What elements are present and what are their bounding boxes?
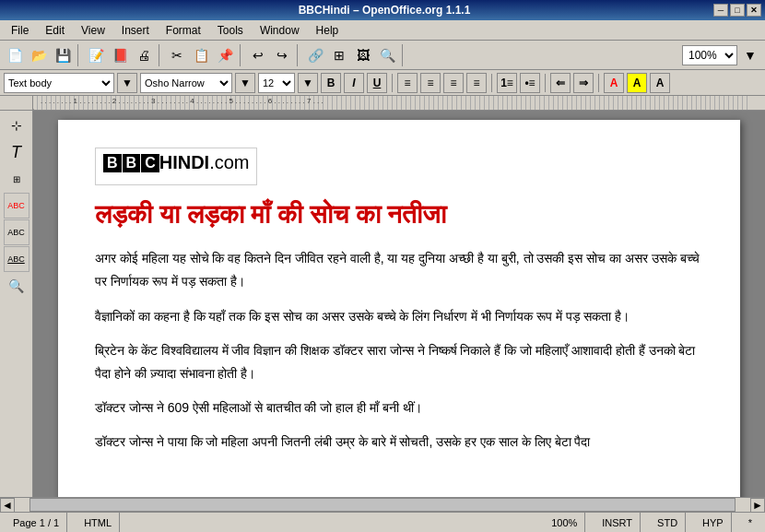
print-button[interactable]: 🖨 (133, 44, 155, 66)
char-background-button[interactable]: A (650, 73, 670, 93)
paste-button[interactable]: 📌 (214, 44, 236, 66)
minimize-button[interactable]: ─ (713, 4, 728, 17)
fmt-sep3 (545, 74, 546, 92)
article-headline: लड़की या लड़का माँ की सोच का नतीजा (95, 196, 703, 232)
sep4 (297, 44, 300, 66)
decrease-indent-button[interactable]: ⇐ (550, 73, 571, 93)
numbering-button[interactable]: 1≡ (497, 73, 517, 93)
bold-button[interactable]: B (321, 73, 341, 93)
save-button[interactable]: 💾 (52, 44, 74, 66)
increase-indent-button[interactable]: ⇒ (573, 73, 594, 93)
star-status: * (741, 513, 759, 532)
statusbar: Page 1 / 1 HTML 100% INSRT STD HYP * (0, 512, 765, 532)
doc-type: HTML (76, 513, 120, 532)
bbc-box-c: C (141, 154, 159, 172)
bbc-hindi-label: HINDI (159, 152, 209, 173)
align-center-button[interactable]: ≡ (420, 73, 441, 93)
edit-file-button[interactable]: 📝 (85, 44, 107, 66)
fmt-sep2 (491, 74, 492, 92)
menu-item-insert[interactable]: Insert (114, 22, 157, 39)
table-insert-button[interactable]: ⊞ (4, 166, 29, 192)
bbc-dotcom-label: .com (209, 152, 249, 173)
menu-item-window[interactable]: Window (253, 22, 307, 39)
sep2 (159, 44, 162, 66)
std-status: STD (650, 513, 686, 532)
table-button[interactable]: ⊞ (328, 44, 350, 66)
font-size-select[interactable]: 12 10 14 16 (258, 73, 295, 93)
article-para2: वैज्ञानिकों का कहना है कि यहाँ तक कि इस … (95, 305, 703, 328)
document-container[interactable]: B B C HINDI.com लड़की या लड़का माँ की सो… (33, 111, 765, 497)
horizontal-scrollbar[interactable]: ◄ ► (0, 497, 765, 512)
window-title: BBCHindi – OpenOffice.org 1.1.1 (55, 4, 713, 17)
maximize-button[interactable]: □ (730, 4, 745, 17)
menu-item-help[interactable]: Help (309, 22, 347, 39)
underline-button[interactable]: U (367, 73, 387, 93)
italic-button[interactable]: I (344, 73, 364, 93)
titlebar: BBCHindi – OpenOffice.org 1.1.1 ─ □ ✕ (0, 0, 765, 20)
pdf-button[interactable]: 📕 (109, 44, 131, 66)
formatting-toolbar: Text body ▼ Osho Narrow ▼ 12 10 14 16 ▼ … (0, 70, 765, 96)
cut-button[interactable]: ✂ (166, 44, 188, 66)
menu-item-view[interactable]: View (74, 22, 112, 39)
show-draw-button[interactable]: 🖼 (352, 44, 374, 66)
hscroll-left-button[interactable]: ◄ (0, 498, 15, 513)
menu-item-file[interactable]: File (4, 22, 36, 39)
document-page: B B C HINDI.com लड़की या लड़का माँ की सो… (58, 120, 740, 497)
close-button[interactable]: ✕ (747, 4, 761, 17)
article-para5: डॉक्टर जोन्स ने पाया कि जो महिला अपनी जि… (95, 431, 703, 454)
style-dropdown-button[interactable]: ▼ (117, 73, 137, 93)
menu-item-edit[interactable]: Edit (38, 22, 72, 39)
align-justify-button[interactable]: ≡ (466, 73, 487, 93)
hscroll-track[interactable] (29, 498, 736, 512)
ruler: . . . . . . . . 1 . . . . . . . . 2 . . … (33, 96, 750, 110)
menu-item-tools[interactable]: Tools (210, 22, 251, 39)
article-para4: डॉक्टर जोन्स ने 609 ऐसी महिलाओं से बातची… (95, 396, 703, 420)
redo-button[interactable]: ↪ (271, 44, 293, 66)
copy-button[interactable]: 📋 (190, 44, 212, 66)
menu-item-format[interactable]: Format (159, 22, 208, 39)
align-left-button[interactable]: ≡ (397, 73, 418, 93)
insert-status: INSRT (594, 513, 641, 532)
font-select[interactable]: Osho Narrow (140, 73, 232, 93)
ruler-wrapper: . . . . . . . . 1 . . . . . . . . 2 . . … (0, 96, 765, 111)
sep3 (240, 44, 243, 66)
search-replace-button[interactable]: 🔍 (4, 273, 29, 299)
sep1 (77, 44, 81, 66)
hyp-status: HYP (695, 513, 732, 532)
font-color-button[interactable]: A (604, 73, 624, 93)
main-toolbar: 📄 📂 💾 📝 📕 🖨 ✂ 📋 📌 ↩ ↪ 🔗 ⊞ 🖼 🔍 100% 75% 1… (0, 41, 765, 70)
font-dropdown-button[interactable]: ▼ (235, 73, 255, 93)
paragraph-style-select[interactable]: Text body (4, 73, 114, 93)
ruler-left-pad (0, 96, 33, 110)
menubar: FileEditViewInsertFormatToolsWindowHelp (0, 20, 765, 41)
abc-underline-button[interactable]: ABC (4, 246, 29, 272)
bbc-box-b: B (103, 154, 122, 172)
zoom-select[interactable]: 100% 75% 150% (682, 45, 737, 65)
hyperlink-button[interactable]: 🔗 (304, 44, 326, 66)
fmt-sep1 (392, 74, 393, 92)
selection-tool-button[interactable]: ⊹ (4, 112, 29, 138)
size-dropdown-button[interactable]: ▼ (298, 73, 318, 93)
zoom-dropdown-button[interactable]: ▼ (739, 44, 761, 66)
find-button[interactable]: 🔍 (376, 44, 398, 66)
bullets-button[interactable]: •≡ (520, 73, 540, 93)
bbc-box-b2: B (123, 154, 141, 172)
highlight-button[interactable]: A (627, 73, 647, 93)
fmt-sep4 (598, 74, 599, 92)
align-right-button[interactable]: ≡ (443, 73, 464, 93)
sep5 (402, 44, 406, 66)
article-para3: ब्रिटेन के केंट विश्वविद्यालय में जीव वि… (95, 339, 703, 385)
new-button[interactable]: 📄 (4, 44, 26, 66)
undo-button[interactable]: ↩ (247, 44, 269, 66)
page-info: Page 1 / 1 (6, 513, 67, 532)
abc-button[interactable]: ABC (4, 219, 29, 245)
bbc-logo-container: B B C HINDI.com (95, 148, 257, 185)
article-para1: अगर कोई महिला यह सोचे कि वह कितने दिन जी… (95, 247, 703, 293)
abc-red-button[interactable]: ABC (4, 193, 29, 219)
hscroll-right-button[interactable]: ► (750, 498, 765, 513)
zoom-status: 100% (544, 513, 585, 532)
bbc-logo: B B C HINDI.com (103, 152, 249, 173)
text-tool-button[interactable]: T (4, 139, 29, 165)
open-button[interactable]: 📂 (28, 44, 50, 66)
left-toolbar: ⊹ T ⊞ ABC ABC ABC 🔍 (0, 111, 33, 497)
